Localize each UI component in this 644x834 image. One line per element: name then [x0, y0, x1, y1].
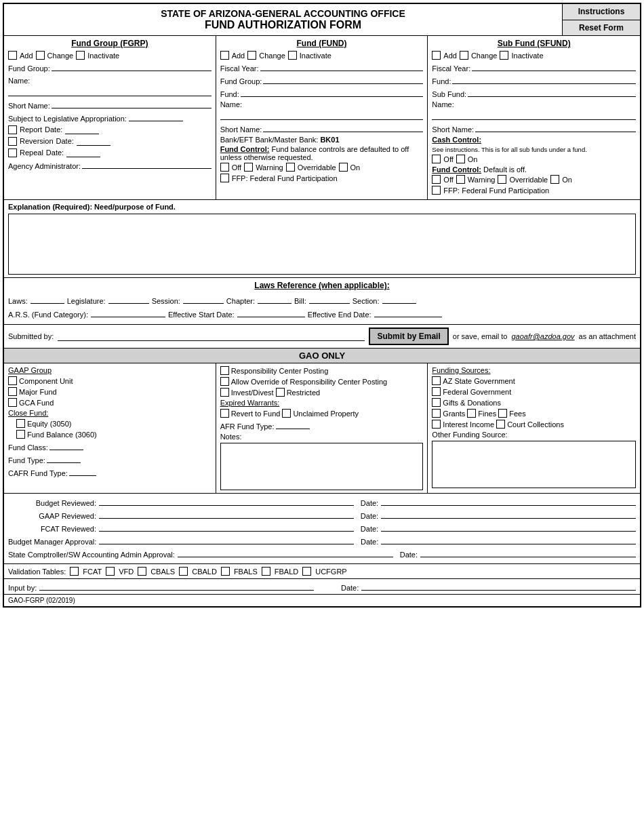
sfund-subfund-input[interactable]	[468, 87, 636, 97]
gca-fund-checkbox[interactable]	[8, 398, 17, 407]
effective-end-input[interactable]	[374, 308, 442, 317]
budget-mgr-date-input[interactable]	[381, 535, 636, 544]
fbals-checkbox[interactable]	[221, 567, 230, 576]
allow-override-checkbox[interactable]	[220, 377, 229, 386]
grants-checkbox[interactable]	[432, 409, 441, 418]
sfund-ffp-checkbox[interactable]	[432, 186, 441, 195]
cbals-checkbox[interactable]	[138, 567, 146, 576]
sfund-fund-input[interactable]	[452, 75, 636, 84]
fund-short-name-input[interactable]	[263, 123, 423, 132]
fgrp-repeal-date-input[interactable]	[66, 148, 100, 157]
afr-fund-type-input[interactable]	[276, 420, 310, 429]
explanation-input[interactable]	[8, 214, 636, 275]
ars-input[interactable]	[91, 308, 165, 317]
fund-add-checkbox[interactable]	[220, 51, 229, 60]
session-input[interactable]	[183, 294, 224, 304]
responsibility-checkbox[interactable]	[220, 366, 229, 375]
fgrp-add-checkbox[interactable]	[8, 51, 17, 60]
fgrp-agency-admin-input[interactable]	[82, 159, 212, 169]
fgrp-fund-group-input[interactable]	[52, 62, 212, 71]
fgrp-report-checkbox[interactable]	[8, 125, 17, 134]
legislature-input[interactable]	[108, 294, 149, 304]
fund-change-checkbox[interactable]	[247, 51, 256, 60]
budget-mgr-input[interactable]	[99, 535, 354, 544]
effective-start-input[interactable]	[237, 308, 305, 317]
fund-inactivate-checkbox[interactable]	[288, 51, 297, 60]
fcat-date-input[interactable]	[381, 522, 636, 532]
fund-name-input[interactable]	[220, 111, 424, 120]
state-comptroller-date-input[interactable]	[420, 548, 636, 557]
federal-checkbox[interactable]	[432, 387, 441, 396]
sfund-on2-checkbox[interactable]	[550, 175, 559, 184]
fgrp-repeal-checkbox[interactable]	[8, 148, 17, 157]
sfund-warning-checkbox[interactable]	[456, 175, 465, 184]
gaap-reviewed-input[interactable]	[99, 509, 354, 519]
fund-class-input[interactable]	[49, 441, 83, 450]
sfund-fiscal-year-input[interactable]	[472, 62, 636, 71]
chapter-input[interactable]	[258, 294, 291, 304]
vfd-checkbox[interactable]	[106, 567, 115, 576]
fgrp-inactivate-checkbox[interactable]	[76, 51, 85, 60]
notes-input[interactable]	[220, 443, 424, 490]
submitted-by-input[interactable]	[58, 332, 365, 341]
cafr-fund-type-input[interactable]	[69, 466, 96, 476]
instructions-button[interactable]: Instructions	[563, 4, 640, 20]
fines-checkbox[interactable]	[467, 409, 476, 418]
fund-ffp-checkbox[interactable]	[220, 174, 229, 182]
section-input[interactable]	[382, 294, 416, 304]
email-link[interactable]: gaoafr@azdoa.gov	[511, 332, 574, 340]
other-funding-input[interactable]	[432, 441, 636, 488]
fgrp-change-checkbox[interactable]	[36, 51, 45, 60]
sfund-add-checkbox[interactable]	[432, 51, 441, 60]
fgrp-report-date-input[interactable]	[65, 125, 99, 134]
fcat-reviewed-input[interactable]	[99, 522, 354, 532]
gifts-checkbox[interactable]	[432, 398, 441, 407]
fund-type-input[interactable]	[47, 454, 81, 463]
fund-fiscal-year-input[interactable]	[260, 62, 424, 71]
gaap-date-input[interactable]	[381, 509, 636, 519]
fgrp-short-name-input[interactable]	[52, 99, 212, 108]
cbald-checkbox[interactable]	[179, 567, 188, 576]
sfund-short-name-input[interactable]	[475, 123, 636, 132]
laws-input[interactable]	[31, 294, 64, 304]
fund-overridable-checkbox[interactable]	[286, 163, 295, 172]
fees-checkbox[interactable]	[498, 409, 507, 418]
court-checkbox[interactable]	[496, 420, 505, 429]
fund-fund-input[interactable]	[241, 87, 424, 97]
fgrp-reversion-date-input[interactable]	[77, 136, 110, 146]
input-by-input[interactable]	[39, 581, 314, 591]
fund-balance-checkbox[interactable]	[16, 430, 25, 439]
unclaimed-checkbox[interactable]	[282, 409, 291, 418]
fcat-checkbox[interactable]	[70, 567, 79, 576]
state-comptroller-input[interactable]	[178, 548, 393, 557]
sfund-overridable-checkbox[interactable]	[498, 175, 506, 184]
fgrp-name-input[interactable]	[8, 87, 212, 96]
sfund-name-input[interactable]	[432, 111, 636, 120]
invest-checkbox[interactable]	[220, 388, 229, 397]
fgrp-reversion-checkbox[interactable]	[8, 137, 17, 146]
equity-checkbox[interactable]	[16, 419, 25, 428]
bill-input[interactable]	[309, 294, 350, 304]
input-date-input[interactable]	[361, 581, 636, 591]
fbald-checkbox[interactable]	[262, 567, 270, 576]
fund-off-checkbox[interactable]	[220, 163, 229, 172]
sfund-inactivate-checkbox[interactable]	[500, 51, 508, 60]
fgrp-subject-input[interactable]	[129, 112, 183, 121]
revert-checkbox[interactable]	[220, 409, 229, 418]
az-state-checkbox[interactable]	[432, 376, 441, 385]
reset-form-button[interactable]: Reset Form	[563, 20, 640, 36]
sfund-off-checkbox[interactable]	[432, 155, 441, 163]
interest-checkbox[interactable]	[432, 420, 441, 429]
ucfgrp-checkbox[interactable]	[302, 567, 311, 576]
sfund-on-checkbox[interactable]	[456, 155, 465, 163]
component-unit-checkbox[interactable]	[8, 376, 17, 385]
submit-by-email-button[interactable]: Submit by Email	[369, 327, 448, 345]
fund-group-input[interactable]	[263, 75, 423, 84]
budget-reviewed-input[interactable]	[99, 496, 354, 506]
budget-date-input[interactable]	[381, 496, 636, 506]
major-fund-checkbox[interactable]	[8, 387, 17, 396]
fund-warning-checkbox[interactable]	[244, 163, 253, 172]
fund-on-checkbox[interactable]	[339, 163, 348, 172]
restricted-checkbox[interactable]	[276, 388, 285, 397]
sfund-off2-checkbox[interactable]	[432, 175, 441, 184]
